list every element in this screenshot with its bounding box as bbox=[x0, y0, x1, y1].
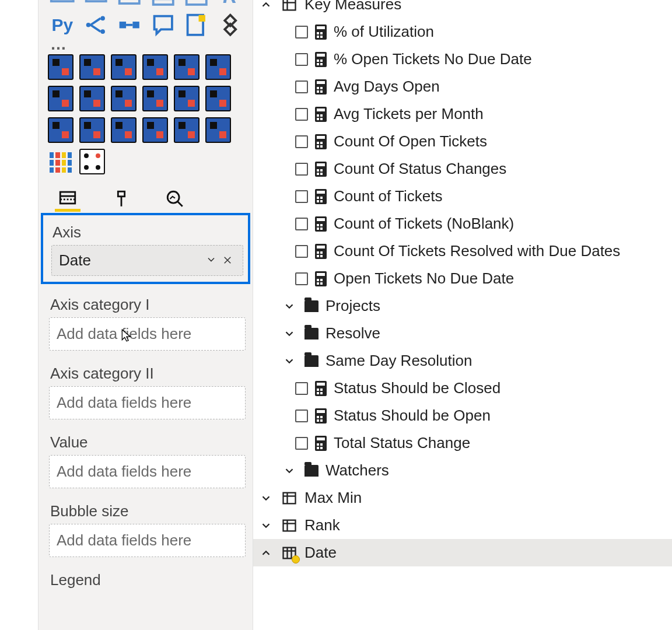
bubble-dropzone[interactable]: Add data fields here bbox=[49, 524, 246, 557]
chevron-up-icon[interactable] bbox=[258, 547, 274, 559]
field-measure[interactable]: Status Should be Closed bbox=[253, 374, 672, 402]
custom-viz-tile[interactable] bbox=[142, 54, 168, 80]
viz-r-icon[interactable]: R bbox=[217, 0, 244, 9]
chevron-up-icon[interactable] bbox=[258, 0, 274, 11]
field-label: % Open Tickets No Due Date bbox=[334, 50, 532, 68]
custom-viz-tile[interactable] bbox=[79, 149, 105, 174]
field-table[interactable]: Max Min bbox=[253, 484, 672, 512]
viz-paginated-icon[interactable] bbox=[183, 12, 210, 38]
custom-viz-tile[interactable] bbox=[111, 86, 136, 111]
svg-line-25 bbox=[177, 201, 183, 206]
custom-viz-tile[interactable] bbox=[48, 149, 74, 174]
field-folder[interactable]: Same Day Resolution bbox=[253, 347, 672, 374]
field-measure[interactable]: Avg Tickets per Month bbox=[253, 100, 672, 128]
measure-icon bbox=[315, 107, 327, 122]
field-measure[interactable]: Avg Days Open bbox=[253, 73, 672, 100]
custom-viz-tile[interactable] bbox=[48, 86, 74, 111]
field-table[interactable]: Rank bbox=[253, 512, 672, 539]
field-checkbox[interactable] bbox=[295, 410, 308, 422]
custom-viz-tile[interactable] bbox=[48, 117, 74, 143]
selected-badge-icon bbox=[292, 555, 300, 564]
viz-type-icon[interactable] bbox=[116, 0, 143, 9]
field-measure[interactable]: Count Of Tickets Resolved with Due Dates bbox=[253, 237, 672, 265]
custom-viz-tile[interactable] bbox=[111, 54, 136, 80]
viz-getmore-icon[interactable] bbox=[217, 12, 244, 38]
field-folder[interactable]: Projects bbox=[253, 292, 672, 320]
fields-tab-icon[interactable] bbox=[55, 186, 80, 212]
field-folder[interactable]: Watchers bbox=[253, 457, 672, 484]
chevron-down-icon[interactable] bbox=[281, 355, 298, 368]
value-dropzone[interactable]: Add data fields here bbox=[49, 455, 246, 488]
custom-viz-tile[interactable] bbox=[142, 86, 168, 111]
field-measure[interactable]: Count of Tickets (NoBlank) bbox=[253, 210, 672, 237]
field-checkbox[interactable] bbox=[295, 135, 308, 148]
axis-field-chip[interactable]: Date bbox=[51, 245, 243, 276]
remove-field-icon[interactable] bbox=[219, 253, 236, 269]
viz-type-icon[interactable] bbox=[183, 0, 210, 9]
custom-viz-tile[interactable] bbox=[48, 54, 74, 80]
field-label: Count Of Tickets Resolved with Due Dates bbox=[334, 242, 620, 260]
field-checkbox[interactable] bbox=[295, 437, 308, 450]
analytics-tab-icon[interactable] bbox=[162, 186, 188, 212]
fields-tree: Key Measures % of Utilization % Open Tic… bbox=[253, 0, 672, 566]
custom-viz-tile[interactable] bbox=[205, 86, 231, 111]
field-checkbox[interactable] bbox=[295, 382, 308, 395]
chevron-down-icon[interactable] bbox=[281, 464, 298, 477]
custom-viz-tile[interactable] bbox=[205, 117, 231, 143]
chevron-down-icon[interactable] bbox=[281, 327, 298, 340]
field-measure[interactable]: Status Should be Open bbox=[253, 402, 672, 429]
field-checkbox[interactable] bbox=[295, 218, 308, 230]
bubble-label: Bubble size bbox=[49, 498, 246, 524]
custom-viz-tile[interactable] bbox=[205, 54, 231, 80]
field-measure[interactable]: Open Tickets No Due Date bbox=[253, 265, 672, 292]
field-checkbox[interactable] bbox=[295, 245, 308, 258]
custom-viz-tile[interactable] bbox=[79, 86, 105, 111]
viz-more-icon[interactable]: … bbox=[38, 41, 253, 52]
custom-viz-tile[interactable] bbox=[111, 117, 136, 143]
chevron-down-icon[interactable] bbox=[203, 253, 219, 269]
viz-decomposition-icon[interactable] bbox=[83, 12, 110, 38]
table-date[interactable]: Date bbox=[253, 539, 672, 566]
viz-qa-icon[interactable] bbox=[150, 12, 177, 38]
table-key-measures[interactable]: Key Measures bbox=[253, 0, 672, 18]
axis-cat1-dropzone[interactable]: Add data fields here bbox=[49, 317, 246, 351]
field-checkbox[interactable] bbox=[295, 190, 308, 203]
field-measure[interactable]: Count Of Status Changes bbox=[253, 155, 672, 183]
field-checkbox[interactable] bbox=[295, 80, 308, 93]
field-measure[interactable]: Count Of Open Tickets bbox=[253, 128, 672, 155]
measure-icon bbox=[315, 408, 327, 424]
viz-type-icon[interactable] bbox=[150, 0, 177, 9]
field-folder[interactable]: Resolve bbox=[253, 320, 672, 347]
table-label: Key Measures bbox=[304, 0, 401, 13]
axis-cat1-label: Axis category I bbox=[49, 291, 246, 317]
field-measure[interactable]: % of Utilization bbox=[253, 18, 672, 46]
format-tab-icon[interactable] bbox=[108, 186, 134, 212]
custom-viz-tile[interactable] bbox=[142, 117, 168, 143]
measure-icon bbox=[315, 244, 327, 259]
field-measure[interactable]: % Open Tickets No Due Date bbox=[253, 46, 672, 73]
custom-viz-tile[interactable] bbox=[79, 117, 105, 143]
chevron-down-icon[interactable] bbox=[258, 492, 274, 505]
chevron-down-icon[interactable] bbox=[258, 519, 274, 532]
field-checkbox[interactable] bbox=[295, 272, 308, 285]
custom-viz-tile[interactable] bbox=[79, 54, 105, 80]
custom-viz-tile[interactable] bbox=[174, 86, 200, 111]
table-icon bbox=[281, 490, 298, 506]
custom-viz-tile[interactable] bbox=[174, 117, 200, 143]
field-checkbox[interactable] bbox=[295, 53, 308, 66]
field-label: % of Utilization bbox=[334, 23, 434, 41]
svg-rect-26 bbox=[284, 0, 296, 10]
field-checkbox[interactable] bbox=[295, 26, 308, 38]
custom-viz-tile[interactable] bbox=[174, 54, 200, 80]
viz-type-icon[interactable] bbox=[83, 0, 110, 9]
viz-type-icon[interactable] bbox=[49, 0, 76, 9]
field-measure[interactable]: Total Status Change bbox=[253, 429, 672, 457]
field-checkbox[interactable] bbox=[295, 108, 308, 121]
axis-cat2-dropzone[interactable]: Add data fields here bbox=[49, 386, 246, 419]
viz-keyinfluencer-icon[interactable] bbox=[116, 12, 143, 38]
field-label: Open Tickets No Due Date bbox=[334, 270, 514, 288]
chevron-down-icon[interactable] bbox=[281, 300, 298, 313]
field-measure[interactable]: Count of Tickets bbox=[253, 183, 672, 210]
field-checkbox[interactable] bbox=[295, 163, 308, 176]
field-label: Total Status Change bbox=[334, 434, 470, 452]
